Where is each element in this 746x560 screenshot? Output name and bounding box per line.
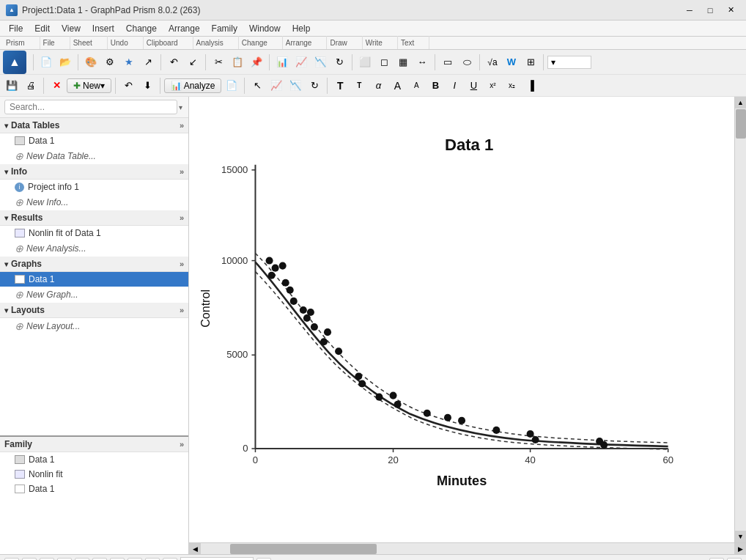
change-1[interactable]: ⬜ [356,54,374,71]
status-chart-button[interactable]: 📈 [145,558,160,561]
graph-tool-1[interactable]: 📈 [267,77,285,95]
section-graphs-more[interactable]: » [180,259,184,268]
arrow-button[interactable]: ↗ [139,54,157,71]
maximize-button[interactable]: □ [701,3,720,18]
menu-insert[interactable]: Insert [86,22,120,35]
menu-view[interactable]: View [56,22,86,35]
status-info-button[interactable]: ℹ [110,558,125,561]
font-dropdown[interactable]: ▾ [547,56,591,69]
copy-button[interactable]: 📋 [229,54,246,71]
scroll-right-button[interactable]: ▶ [734,543,746,555]
write-sqrt[interactable]: √a [484,54,501,71]
status-refresh-button[interactable]: ↻ [57,558,72,561]
nav-item-graph-data1[interactable]: Data 1 [0,272,188,287]
chart-type-2[interactable]: 📈 [292,54,310,71]
zoom-in-button[interactable]: ⊕ [727,558,742,561]
new-button[interactable]: ✚ New▾ [67,78,111,93]
section-results-more[interactable]: » [180,213,184,222]
pointer-tool[interactable]: ↖ [248,77,266,95]
section-results[interactable]: ▾ Results » [0,210,188,226]
write-w[interactable]: W [503,54,520,71]
family-item-graph[interactable]: Data 1 [0,482,188,496]
section-layouts-more[interactable]: » [180,306,184,314]
undo-button[interactable]: ↶ [165,54,182,71]
nav-item-new-data-table[interactable]: ⊕ New Data Table... [0,148,188,164]
undo2-down[interactable]: ⬇ [139,77,156,95]
scroll-left-button[interactable]: ◀ [189,543,201,555]
zoom-out-button[interactable]: 🔍 [709,558,724,561]
menu-edit[interactable]: Edit [29,22,56,35]
status-play-button[interactable]: ◀ [22,558,37,561]
status-play-fwd-button[interactable]: ▶ [40,558,54,561]
scroll-track-horizontal[interactable] [201,543,734,555]
link-button[interactable]: 🔗 [256,558,271,561]
nav-item-nonlin-fit[interactable]: Nonlin fit of Data 1 [0,226,188,240]
section-data-tables[interactable]: ▾ Data Tables » [0,118,188,133]
family-more[interactable]: » [180,440,184,449]
menu-change[interactable]: Change [120,22,163,35]
nav-item-new-info[interactable]: ⊕ New Info... [0,194,188,210]
draw-ellipse[interactable]: ⬭ [458,54,476,71]
analyze-button[interactable]: 📊 Analyze [164,78,221,93]
scroll-down-button[interactable]: ▼ [735,531,747,542]
text-super[interactable]: x² [484,77,501,95]
text-bold[interactable]: B [426,77,444,95]
family-item-nonlin[interactable]: Nonlin fit [0,467,188,482]
scroll-track-vertical[interactable] [735,108,747,531]
menu-help[interactable]: Help [287,22,317,35]
format-button[interactable]: ⚙ [101,54,119,71]
status-icon-left[interactable]: ☰ [4,558,19,561]
close-button[interactable]: ✕ [721,3,740,18]
search-dropdown-arrow[interactable]: ▾ [177,102,184,113]
section-data-tables-more[interactable]: » [180,121,184,130]
text-underline[interactable]: U [465,77,482,95]
menu-arrange[interactable]: Arrange [163,22,206,35]
text-small[interactable]: T [350,77,368,95]
menu-file[interactable]: File [3,22,29,35]
change-2[interactable]: ◻ [375,54,393,71]
menu-family[interactable]: Family [206,22,243,35]
text-sub[interactable]: x₂ [503,77,520,95]
refresh-button[interactable]: ↻ [330,54,348,71]
delete-button[interactable]: ✕ [48,77,65,95]
chart-type-3[interactable]: 📉 [311,54,329,71]
data-selector-dropdown[interactable]: Data 1 ▾ [180,557,254,561]
text-italic[interactable]: I [446,77,463,95]
open-file-button[interactable]: 📂 [56,54,74,71]
menu-window[interactable]: Window [243,22,287,35]
nav-item-new-layout[interactable]: ⊕ New Layout... [0,318,188,334]
text-big[interactable]: T [331,77,349,95]
scroll-up-button[interactable]: ▲ [735,97,747,108]
undo2-button[interactable]: ↶ [119,77,137,95]
star-button[interactable]: ★ [120,54,138,71]
scissors-button[interactable]: ✂ [210,54,227,71]
text-big2[interactable]: A [388,77,406,95]
status-grid-button[interactable]: ⊞ [75,558,89,561]
analyze-extra[interactable]: 📄 [223,77,240,95]
status-list-button[interactable]: ≡ [128,558,142,561]
section-info-more[interactable]: » [180,167,184,176]
nav-item-new-graph[interactable]: ⊕ New Graph... [0,287,188,303]
change-3[interactable]: ▦ [394,54,412,71]
scroll-thumb-vertical[interactable] [736,109,746,139]
graph-tool-3[interactable]: ↻ [306,77,323,95]
change-4[interactable]: ↔ [413,54,431,71]
chart-type-1[interactable]: 📊 [273,54,291,71]
text-alpha[interactable]: α [369,77,387,95]
section-graphs[interactable]: ▾ Graphs » [0,257,188,272]
nav-item-new-analysis[interactable]: ⊕ New Analysis... [0,240,188,257]
nav-item-data1[interactable]: Data 1 [0,133,188,148]
undo-arrow-button[interactable]: ↙ [184,54,202,71]
print-button[interactable]: 🖨 [22,77,40,95]
graph-tool-2[interactable]: 📉 [287,77,304,95]
new-file-button[interactable]: 📄 [37,54,55,71]
section-layouts[interactable]: ▾ Layouts » [0,303,188,318]
text-small2[interactable]: A [407,77,425,95]
draw-rect[interactable]: ▭ [439,54,457,71]
status-layout-button[interactable]: ▤ [163,558,177,561]
text-ruler[interactable]: ▐ [522,77,539,95]
minimize-button[interactable]: ─ [680,3,699,18]
paste-button[interactable]: 📌 [248,54,265,71]
save-button[interactable]: 💾 [3,77,21,95]
family-item-data1[interactable]: Data 1 [0,452,188,467]
